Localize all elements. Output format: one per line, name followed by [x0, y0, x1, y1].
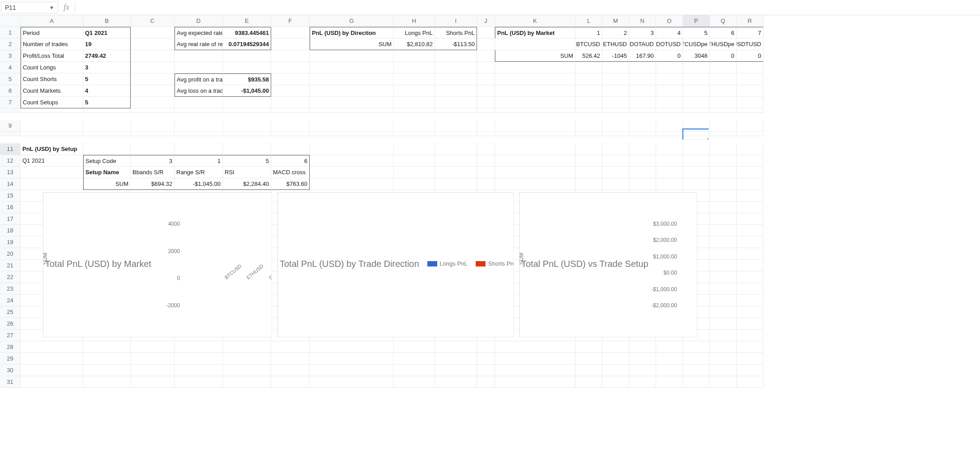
- chart-direction[interactable]: Total PnL (USD) by Trade DirectionLongs …: [277, 192, 514, 337]
- row-header-8[interactable]: [0, 108, 21, 113]
- cell-M30[interactable]: [602, 365, 629, 376]
- cell-J1[interactable]: [477, 27, 495, 39]
- cell-R15[interactable]: [737, 190, 763, 202]
- cell-H29[interactable]: [394, 353, 435, 365]
- name-box[interactable]: P11 ▼: [1, 2, 58, 13]
- cell-R21[interactable]: [737, 260, 763, 271]
- cell-R18[interactable]: [737, 225, 763, 236]
- cell-Q10[interactable]: [710, 132, 737, 136]
- cell-I28[interactable]: [435, 341, 477, 353]
- cell-Q22[interactable]: [710, 271, 737, 283]
- cell-R6[interactable]: [737, 85, 763, 97]
- cell-H13[interactable]: [394, 167, 435, 178]
- cell-M11[interactable]: [602, 143, 629, 155]
- cell-E9[interactable]: [223, 120, 271, 132]
- row-header-31[interactable]: 31: [0, 376, 21, 388]
- cell-R17[interactable]: [737, 213, 763, 225]
- cell-N31[interactable]: [629, 376, 656, 388]
- cell-I8[interactable]: [435, 108, 477, 113]
- cell-C7[interactable]: [131, 97, 175, 108]
- chevron-down-icon[interactable]: ▼: [49, 5, 54, 10]
- cell-R8[interactable]: [737, 108, 763, 113]
- cell-L7[interactable]: [575, 97, 602, 108]
- cell-Q8[interactable]: [710, 108, 737, 113]
- cell-N7[interactable]: [629, 97, 656, 108]
- cell-M31[interactable]: [602, 376, 629, 388]
- cell-K8[interactable]: [495, 108, 575, 113]
- cell-K28[interactable]: [495, 341, 575, 353]
- cell-J14[interactable]: [477, 178, 495, 190]
- cell-E13[interactable]: RSI: [223, 167, 271, 178]
- row-header-25[interactable]: 25: [0, 306, 21, 318]
- cell-L29[interactable]: [575, 353, 602, 365]
- cell-G3[interactable]: [310, 50, 394, 62]
- cell-E10[interactable]: [223, 132, 271, 136]
- cell-A29[interactable]: [21, 353, 83, 365]
- cell-E31[interactable]: [223, 376, 271, 388]
- cell-D14[interactable]: -$1,045.00: [175, 178, 223, 190]
- row-header-17[interactable]: 17: [0, 213, 21, 225]
- cell-B1[interactable]: Q1 2021: [83, 27, 131, 39]
- cell-E3[interactable]: [223, 50, 271, 62]
- cell-O11[interactable]: [656, 143, 683, 155]
- cell-K12[interactable]: [495, 155, 575, 167]
- cell-E1[interactable]: 9383.445461: [223, 27, 271, 39]
- cell-R24[interactable]: [737, 295, 763, 306]
- cell-B2[interactable]: 19: [83, 39, 131, 50]
- cell-C10[interactable]: [131, 132, 175, 136]
- cell-B3[interactable]: 2749.42: [83, 50, 131, 62]
- cell-M28[interactable]: [602, 341, 629, 353]
- cell-N14[interactable]: [629, 178, 656, 190]
- cell-M9[interactable]: [602, 120, 629, 132]
- fill-handle[interactable]: [707, 138, 709, 140]
- cell-M10[interactable]: [602, 132, 629, 136]
- cell-D11[interactable]: [175, 143, 223, 155]
- cell-G2[interactable]: SUM: [310, 39, 394, 50]
- cell-M3[interactable]: -1045: [602, 50, 629, 62]
- cell-N3[interactable]: 167.90: [629, 50, 656, 62]
- cell-R25[interactable]: [737, 306, 763, 318]
- cell-Q30[interactable]: [710, 365, 737, 376]
- row-header-2[interactable]: 2: [0, 39, 21, 50]
- cell-K14[interactable]: [495, 178, 575, 190]
- cell-M4[interactable]: [602, 62, 629, 73]
- row-header-20[interactable]: 20: [0, 248, 21, 260]
- cell-L6[interactable]: [575, 85, 602, 97]
- cell-D29[interactable]: [175, 353, 223, 365]
- cell-B9[interactable]: [83, 120, 131, 132]
- cell-H10[interactable]: [394, 132, 435, 136]
- cell-J11[interactable]: [477, 143, 495, 155]
- row-header-13[interactable]: 13: [0, 167, 21, 178]
- cell-O3[interactable]: 0: [656, 50, 683, 62]
- cell-G8[interactable]: [310, 108, 394, 113]
- cell-F28[interactable]: [271, 341, 310, 353]
- cell-Q18[interactable]: [710, 225, 737, 236]
- col-header-K[interactable]: K: [495, 15, 575, 27]
- row-header-9[interactable]: 9: [0, 120, 21, 132]
- cell-F2[interactable]: [271, 39, 310, 50]
- cell-G10[interactable]: [310, 132, 394, 136]
- cell-L3[interactable]: 526.42: [575, 50, 602, 62]
- cell-O14[interactable]: [656, 178, 683, 190]
- cell-H6[interactable]: [394, 85, 435, 97]
- cell-K13[interactable]: [495, 167, 575, 178]
- cell-G13[interactable]: [310, 167, 394, 178]
- cell-E4[interactable]: [223, 62, 271, 73]
- cell-Q23[interactable]: [710, 283, 737, 295]
- row-header-16[interactable]: 16: [0, 202, 21, 213]
- row-header-4[interactable]: 4: [0, 62, 21, 73]
- cell-F11[interactable]: [271, 143, 310, 155]
- cell-F29[interactable]: [271, 353, 310, 365]
- row-header-1[interactable]: 1: [0, 27, 21, 39]
- cell-H8[interactable]: [394, 108, 435, 113]
- cell-G14[interactable]: [310, 178, 394, 190]
- cell-H9[interactable]: [394, 120, 435, 132]
- cell-Q13[interactable]: [710, 167, 737, 178]
- cell-D30[interactable]: [175, 365, 223, 376]
- cell-C3[interactable]: [131, 50, 175, 62]
- cell-B12[interactable]: Setup Code: [83, 155, 131, 167]
- cell-K9[interactable]: [495, 120, 575, 132]
- row-header-24[interactable]: 24: [0, 295, 21, 306]
- cell-H1[interactable]: Longs PnL: [394, 27, 435, 39]
- cell-B11[interactable]: [83, 143, 131, 155]
